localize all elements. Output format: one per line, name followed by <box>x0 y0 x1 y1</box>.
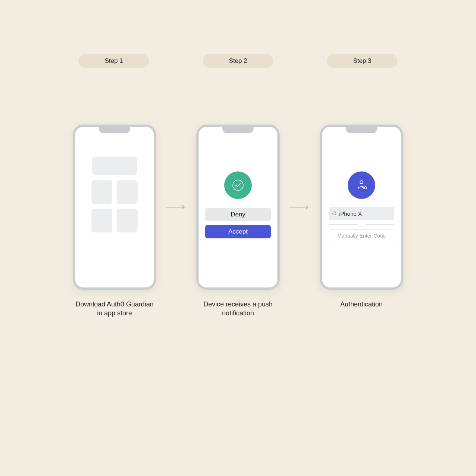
deny-button[interactable]: Deny <box>205 208 271 221</box>
caption-step-2: Device receives a push notification <box>196 300 280 318</box>
caption-step-1: Download Auth0 Guardian in app store <box>73 300 156 318</box>
manually-enter-code-button[interactable]: Manually Enter Code <box>329 229 394 242</box>
placeholder-tile <box>91 180 112 204</box>
arrow-right-icon <box>289 203 311 212</box>
step-label-1: Step 1 <box>78 54 149 68</box>
arrow-right-icon <box>165 203 187 212</box>
user-fingerprint-icon <box>348 171 375 199</box>
phone-step-3: iPhone X Manually Enter Code <box>320 125 403 290</box>
svg-point-1 <box>233 180 243 190</box>
phone-step-1 <box>73 125 156 290</box>
placeholder-grid <box>91 180 138 232</box>
step-labels-row: Step 1 Step 2 Step 3 <box>0 54 476 68</box>
phone-inner-3: iPhone X Manually Enter Code <box>322 127 401 287</box>
placeholder-wide <box>92 157 137 175</box>
accept-button[interactable]: Accept <box>205 225 271 238</box>
separator <box>365 224 394 225</box>
device-option[interactable]: iPhone X <box>329 207 394 220</box>
phone-inner-2: Deny Accept <box>199 127 277 287</box>
captions-row: Download Auth0 Guardian in app store Dev… <box>0 300 476 318</box>
step-label-2: Step 2 <box>203 54 273 68</box>
separator <box>329 224 358 225</box>
svg-point-3 <box>360 181 363 184</box>
radio-unchecked-icon <box>332 212 336 215</box>
placeholder-tile <box>91 209 112 232</box>
phone-inner-1 <box>75 127 154 287</box>
separator-row <box>329 224 394 225</box>
placeholder-tile <box>117 209 138 232</box>
caption-step-3: Authentication <box>320 300 403 318</box>
phones-row: Deny Accept iPhone X <box>0 125 476 290</box>
device-name: iPhone X <box>339 210 362 217</box>
check-circle-icon <box>224 171 252 199</box>
phone-step-2: Deny Accept <box>196 125 280 290</box>
placeholder-tile <box>117 180 138 204</box>
step-label-3: Step 3 <box>327 54 398 68</box>
